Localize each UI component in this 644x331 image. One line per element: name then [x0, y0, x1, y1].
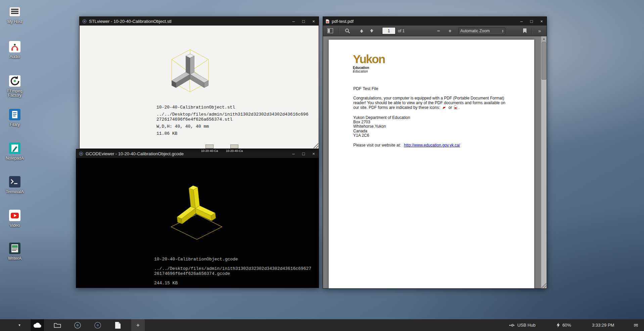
- gcode-viewport[interactable]: 10-20-40-CalibrationObject.gcode ../../D…: [76, 158, 319, 288]
- window-title: STLviewer - 10-20-40-CalibrationObject.s…: [89, 19, 289, 24]
- battery-status[interactable]: 60%: [556, 323, 571, 328]
- bookmark-button[interactable]: [520, 27, 529, 35]
- paragraph-line: our site. PDF forms are indicated by the…: [353, 105, 541, 111]
- maximize-button[interactable]: □: [301, 152, 306, 156]
- stl-file-info: 10-20-40-CalibrationObject.stl ../../Des…: [156, 105, 308, 136]
- maximize-button[interactable]: □: [529, 19, 534, 24]
- sidebar-toggle-button[interactable]: [326, 27, 334, 35]
- toolbar-separator: [532, 28, 533, 34]
- acrobat-icon: [442, 106, 446, 111]
- previous-page-button[interactable]: [357, 27, 366, 35]
- minimize-button[interactable]: –: [291, 152, 296, 156]
- desktop-icon-my-host[interactable]: My Host: [3, 5, 27, 24]
- usb-hub-label: USB Hub: [517, 323, 536, 328]
- pdf-content-area[interactable]: Yukon Education Éducation PDF Test File …: [323, 36, 547, 288]
- stlviewer-app-icon: [82, 19, 87, 24]
- select-carets-icon: ▴▾: [502, 29, 504, 33]
- ffmpeg-factory-icon: [8, 74, 22, 88]
- gcodeviewer-window: GCODEviewer - 10-20-40-CalibrationObject…: [76, 149, 319, 288]
- chevron-down-icon: ▾: [18, 323, 20, 327]
- charging-icon: [556, 323, 560, 328]
- gcodeviewer-app-icon: [94, 322, 101, 329]
- desktop-icon-audio[interactable]: Audio: [3, 40, 27, 59]
- stl-filename: 10-20-40-CalibrationObject.stl: [156, 105, 308, 110]
- audio-icon: [8, 40, 22, 54]
- stl-viewport[interactable]: 10-20-40-CalibrationObject.stl ../../Des…: [80, 26, 319, 149]
- bookmark-icon: [523, 28, 527, 33]
- next-page-button[interactable]: [367, 27, 376, 35]
- website-link[interactable]: http://www.education.gov.yk.ca/: [404, 143, 460, 148]
- arrow-up-icon: [359, 29, 364, 33]
- background-file-item[interactable]: 10-20-40-Ca: [222, 144, 247, 153]
- desktop-icon-notepada[interactable]: NotepadA: [3, 141, 27, 161]
- usb-hub-status[interactable]: USB Hub: [509, 323, 536, 328]
- pdf-window: pdf-test.pdf – □ × of 1 −: [323, 16, 547, 289]
- zoom-value: Automatic Zoom: [460, 29, 490, 33]
- folder-icon: [54, 322, 61, 328]
- gcode-path-line1: ../../Desktop/files/admin/inith31302d323…: [154, 266, 311, 271]
- taskbar-pdfviewer-button[interactable]: [111, 319, 125, 331]
- page-number-input[interactable]: [382, 27, 396, 34]
- desktop-icon-terminala[interactable]: TerminalA: [3, 175, 27, 194]
- pdf-app-icon: [326, 19, 329, 24]
- scroll-up-button[interactable]: ▲: [541, 36, 547, 42]
- document-icon: [115, 322, 121, 329]
- desktop-icon-ffmpeg-factory[interactable]: FFmpeg Factory: [3, 74, 27, 98]
- desktop-icon-label: WriterA: [8, 256, 21, 261]
- search-icon: [345, 28, 350, 34]
- close-button[interactable]: ×: [311, 152, 316, 156]
- plus-icon: +: [136, 322, 140, 329]
- yukon-logo-word: Yukon: [353, 53, 385, 65]
- minimize-button[interactable]: –: [291, 19, 296, 24]
- cloud-icon: [33, 322, 42, 328]
- taskbar-collapse-button[interactable]: ▾: [15, 319, 24, 331]
- desktop-icon-label: Video: [10, 223, 20, 228]
- zoom-out-button[interactable]: −: [434, 27, 443, 35]
- file-label: 10-20-40-Ca: [197, 149, 222, 153]
- pdf-toolbar: of 1 − + Automatic Zoom ▴▾ »: [323, 26, 547, 36]
- resize-grip[interactable]: [313, 142, 318, 148]
- gcode-file-info: 10-20-40-CalibrationObject.gcode ../../D…: [154, 257, 311, 286]
- desktop: My Host Audio FFmpeg Factory Filary Note…: [0, 0, 644, 331]
- taskbar-dashboard-button[interactable]: [31, 319, 44, 331]
- stl-path-line1: ../../Desktop/files/admin/inith31302d323…: [156, 112, 308, 117]
- close-button[interactable]: ×: [311, 19, 316, 24]
- stl-model-render: [155, 39, 225, 110]
- address-line: Canada: [353, 129, 410, 133]
- desktop-icon-filary[interactable]: Filary: [3, 108, 27, 127]
- close-button[interactable]: ×: [539, 19, 544, 24]
- minimize-button[interactable]: –: [519, 19, 524, 24]
- gcode-filename: 10-20-40-CalibrationObject.gcode: [154, 257, 311, 262]
- mail-button[interactable]: ✉: [634, 322, 638, 328]
- stl-dimensions: W,D,H: 40, 40, 40 mm: [156, 124, 308, 129]
- taskbar: ▾ + USB Hub: [0, 319, 644, 331]
- stlviewer-titlebar[interactable]: STLviewer - 10-20-40-CalibrationObject.s…: [80, 17, 319, 26]
- desktop-icon-label: My Host: [7, 20, 22, 24]
- find-button[interactable]: [343, 27, 352, 35]
- writera-icon: [8, 241, 22, 255]
- file-icon: [205, 144, 214, 149]
- sidebar-toggle-icon: [327, 28, 333, 33]
- desktop-icon-writera[interactable]: WriterA: [3, 241, 27, 261]
- taskbar-files-button[interactable]: [51, 319, 64, 331]
- maximize-button[interactable]: □: [301, 19, 306, 24]
- gcode-path-line2: 26174696f6e4f626a656374.gcode: [154, 271, 311, 276]
- pdf-scrollbar[interactable]: ▲: [541, 36, 547, 288]
- zoom-select[interactable]: Automatic Zoom ▴▾: [458, 27, 505, 35]
- scrollbar-thumb[interactable]: [542, 42, 546, 80]
- paragraph-line: reader! You should be able to view any o…: [353, 100, 541, 105]
- pdf-titlebar[interactable]: pdf-test.pdf – □ ×: [323, 17, 547, 26]
- secondary-toolbar-toggle-button[interactable]: »: [535, 27, 544, 35]
- taskbar-add-workspace-button[interactable]: +: [131, 319, 145, 331]
- file-icon: [230, 144, 238, 149]
- zoom-in-button[interactable]: +: [446, 27, 454, 35]
- pdf-heading: PDF Test File: [353, 86, 378, 91]
- desktop-icon-video[interactable]: Video: [3, 208, 27, 228]
- window-title: pdf-test.pdf: [332, 19, 517, 24]
- arrow-down-icon: [369, 29, 374, 33]
- taskbar-stlviewer-button[interactable]: [71, 319, 84, 331]
- desktop-icon-label: TerminalA: [6, 190, 24, 194]
- background-file-item[interactable]: 10-20-40-Ca: [197, 144, 222, 153]
- taskbar-gcodeviewer-button[interactable]: [91, 319, 104, 331]
- window-title: GCODEviewer - 10-20-40-CalibrationObject…: [86, 151, 289, 156]
